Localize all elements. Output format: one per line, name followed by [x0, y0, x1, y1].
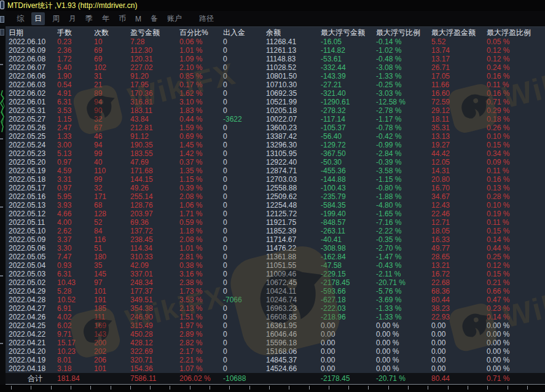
axis-tick: [348, 386, 349, 390]
window-title: MTDriver统计 ,V1.93 (http://mtdriver.cn): [7, 1, 137, 10]
table-row[interactable]: 2022.05.313.5390183.111.83 %010205.18-27…: [6, 106, 545, 115]
table-row[interactable]: 2022.05.124.66128203.971.71 %012125.72-1…: [6, 210, 545, 218]
axis-tick: [408, 386, 409, 390]
table-row[interactable]: 2022.05.243.0094190.351.45 %013296.30-12…: [6, 141, 545, 149]
column-header-max-floating-profit-amount: 最大浮盈金额: [431, 28, 487, 37]
statistics-table: 日期 手数 次数 盈亏金额 百分比% 出入金 余额 最大浮亏金额 最大浮亏比例 …: [6, 26, 545, 385]
table-row[interactable]: 2022.05.165.95171255.142.08 %012509.62-2…: [6, 192, 545, 201]
table-row[interactable]: 2022.05.057.47180310.332.81 %011361.88-1…: [6, 253, 545, 261]
axis-tick: [31, 386, 31, 390]
total-cell: [266, 373, 321, 384]
background-icon-fragment: [0, 29, 4, 36]
table-row[interactable]: 2022.05.040.933542.090.38 %011051.55-47.…: [6, 261, 545, 270]
total-cell: 206.02 %: [179, 373, 223, 384]
axis-tick: [210, 386, 210, 390]
axis-tick: [170, 386, 170, 390]
column-header-deposit-withdrawal: 出入金: [223, 28, 266, 37]
menu-item-summary[interactable]: 综: [15, 12, 26, 25]
menu-item-path[interactable]: 路径: [197, 12, 216, 25]
axis-tick: [388, 386, 389, 390]
table-row[interactable]: 2022.05.235.1399183.551.42 %013105.95-36…: [6, 149, 545, 158]
axis-dash: [0, 275, 3, 276]
axis-dash: [0, 343, 3, 344]
axis-tick: [249, 386, 250, 390]
menu-item-m[interactable]: M: [133, 14, 143, 25]
table-row[interactable]: 2022.05.170.973249.260.39 %012558.88-100…: [6, 184, 545, 192]
table-row[interactable]: 2022.06.061.903191.200.85 %010801.50-143…: [6, 72, 545, 80]
table-row[interactable]: 2022.06.016.3194316.813.10 %010521.99-12…: [6, 98, 545, 106]
column-header-percent: 百分比%: [179, 28, 223, 37]
table-row[interactable]: 2022.04.276.91185354.382.13 %016963.23-2…: [6, 304, 545, 313]
table-row[interactable]: 2022.05.271.153243.840.44 %-362210022.07…: [6, 115, 545, 123]
table-row[interactable]: 2022.04.183.18101154.361.07 %014524.660.…: [6, 364, 545, 373]
column-header-max-floating-loss-amount: 最大浮亏金额: [321, 28, 376, 37]
menu-item-week[interactable]: 周: [50, 12, 61, 25]
table-row[interactable]: 2022.06.024.9189170.361.62 %010692.35-32…: [6, 89, 545, 98]
axis-tick: [150, 386, 151, 390]
table-row[interactable]: 2022.06.081.7269120.311.09 %011148.83-53…: [6, 55, 545, 63]
axis-tick: [329, 386, 329, 390]
axis-dash: [0, 206, 3, 208]
menu-item-note[interactable]: 备: [149, 12, 160, 25]
table-row[interactable]: 2022.05.0210.4397248.342.38 %010672.45-2…: [6, 278, 545, 287]
table-row[interactable]: 2022.05.114.005269.360.59 %011921.75-848…: [6, 218, 545, 227]
column-header-max-floating-profit-ratio: 最大浮盈比例: [487, 28, 545, 37]
column-header-max-floating-loss-ratio: 最大浮亏比例: [376, 28, 431, 37]
total-cell: 181.84: [57, 373, 94, 384]
axis-dash: [0, 138, 3, 139]
axis-tick: [448, 386, 449, 390]
total-cell: -2178.45: [321, 373, 376, 384]
table-row[interactable]: 2022.06.092.3669112.301.01 %011261.13-11…: [6, 46, 545, 55]
axis-tick: [90, 386, 91, 390]
axis-tick: [229, 386, 230, 390]
axis-tick: [111, 386, 111, 390]
table-row[interactable]: 2022.04.256.02169315.491.97 %016361.950.…: [6, 321, 545, 330]
table-row[interactable]: 2022.06.075.40102227.022.10 %011028.52-3…: [6, 63, 545, 72]
axis-tick: [190, 386, 190, 390]
menu-item-year[interactable]: 年: [100, 12, 111, 25]
total-cell: -20.71 %: [376, 373, 431, 384]
table-row[interactable]: 2022.05.251.334691.120.69 %013387.42-56.…: [6, 132, 545, 141]
table-row[interactable]: 2022.05.036.31145337.013.16 %011009.46-2…: [6, 270, 545, 278]
axis-tick: [309, 386, 310, 390]
menu-item-day[interactable]: 日: [31, 12, 45, 25]
total-cell: 80.44: [431, 373, 487, 384]
column-header-lots: 手数: [57, 28, 94, 37]
table-row[interactable]: 2022.05.183.3199144.151.15 %012703.03-14…: [6, 175, 545, 184]
table-row[interactable]: 2022.05.262.4767212.811.59 %013600.23-10…: [6, 123, 545, 132]
table-row[interactable]: 2022.04.2810.52191349.513.53 %-706610246…: [6, 296, 545, 304]
table-row[interactable]: 2022.05.102.6284137.721.18 %011852.39-26…: [6, 227, 545, 235]
table-row[interactable]: 2022.05.200.974047.690.37 %012922.40-50.…: [6, 158, 545, 167]
axis-tick: [11, 386, 12, 390]
total-cell: 7586.11: [130, 373, 179, 384]
menu-item-account[interactable]: 账户: [165, 12, 184, 25]
table-row[interactable]: 2022.05.093.37116238.452.08 %011714.67-4…: [6, 235, 545, 244]
axis-tick: [527, 386, 528, 390]
total-cell: -10688: [223, 373, 266, 384]
table-row[interactable]: 2022.05.194.59110171.681.35 %012874.71-4…: [6, 167, 545, 175]
window-titlebar[interactable]: MTDriver统计 ,V1.93 (http://mtdriver.cn): [6, 0, 545, 11]
axis-tick: [428, 386, 428, 390]
table-row[interactable]: 2022.05.133.9368128.761.06 %012254.48-58…: [6, 201, 545, 210]
menu-item-currency[interactable]: 币: [117, 12, 128, 25]
table-row[interactable]: 2022.04.295.28101177.371.73 %010424.11-5…: [6, 287, 545, 296]
table-row[interactable]: 2022.04.229.71143450.282.89 %016046.460.…: [6, 330, 545, 339]
table-row[interactable]: 2022.04.2115.17200428.122.82 %015596.180…: [6, 339, 545, 347]
axis-tick: [508, 386, 508, 390]
table-row[interactable]: 2022.04.264.02111246.901.51 %016608.85-2…: [6, 313, 545, 321]
table-row[interactable]: 2022.05.063.3051114.341.01 %011476.22-30…: [6, 244, 545, 253]
column-header-profit-amount: 盈亏金额: [130, 28, 179, 37]
menu-item-month[interactable]: 月: [67, 12, 78, 25]
background-chart-sparkline: [0, 89, 5, 133]
table-row[interactable]: 2022.06.100.23107.280.06 %011268.41-16.0…: [6, 37, 545, 46]
table-row[interactable]: 2022.04.2010.23202322.692.17 %015168.060…: [6, 347, 545, 356]
background-icon-fragment: [0, 1, 4, 9]
axis-tick: [468, 386, 468, 390]
column-header-balance: 余额: [266, 28, 321, 37]
menu-item-quarter[interactable]: 季: [84, 12, 95, 25]
table-row[interactable]: 2022.04.198.01206320.712.21 %014845.370.…: [6, 356, 545, 364]
total-label: 合计: [9, 373, 57, 384]
total-cell: [94, 373, 130, 384]
menu-bar: 综 日 周 月 季 年 币 M 备 账户 路径: [6, 11, 545, 26]
table-row[interactable]: 2022.06.030.542117.950.17 %010710.30-27.…: [6, 80, 545, 89]
